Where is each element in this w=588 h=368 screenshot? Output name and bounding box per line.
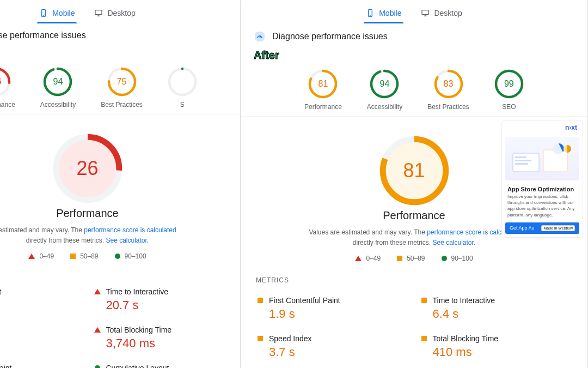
gauge-icon: 94 [370,69,399,99]
tab-mobile[interactable]: Mobile [37,5,77,23]
metric-title: Speed Index [269,334,312,343]
triangle-icon [94,327,101,333]
score-row-after: 81Performance94Accessibility83Best Pract… [241,62,587,117]
svg-rect-17 [422,10,428,15]
gauge-icon: 99 [494,69,524,99]
big-score-value: 81 [379,135,450,206]
score-s: S [168,67,197,108]
before-tag: re [0,47,240,59]
score-best practices: 75Best Practices [101,67,143,108]
legend-low-icon [355,256,362,261]
metric-tbt: Total Blocking Time3,740 ms [88,318,231,356]
device-tabs: Mobile Desktop [0,0,240,23]
big-score-value: 26 [52,133,123,204]
metric-lcp: Largest Contentful Paint2.5 s [250,365,414,368]
metric-title: Cumulative Layout [106,364,169,368]
tab-mobile-label: Mobile [52,9,75,17]
tab-desktop[interactable]: Desktop [419,5,464,23]
metric-value: 3,740 ms [106,336,172,351]
metric-fcp: entful Paint [0,280,88,318]
score-best practices: 83Best Practices [427,69,469,111]
metric-tbt: Total Blocking Time410 ms [414,327,578,365]
desktop-icon [421,9,430,17]
score-performance: 81Performance [304,69,342,111]
big-score-label: Performance [0,207,240,220]
webflow-badge: Made in Webflow [541,225,575,231]
metrics-before: entful PaintTime to Interactive20.7 slex… [0,280,240,368]
desktop-icon [94,9,103,17]
tab-mobile-label: Mobile [379,9,401,17]
square-icon [421,298,427,303]
gauge-icon [254,31,266,43]
diagnose-title: Diagnose performance issues [0,31,86,40]
svg-rect-34 [515,163,528,165]
score-accessibility: 94Accessibility [40,67,76,108]
square-icon [258,336,263,341]
metrics-heading: METRICS [241,266,587,288]
promo-brand: n›xt [502,120,583,135]
mobile-icon [39,9,48,17]
score-seo: 99SEO [494,69,524,111]
score-explanation: estimated and may vary. The performance … [0,220,240,246]
metric-tti: Time to Interactive6.4 s [414,288,578,327]
diagnose-title: Diagnose performance issues [272,32,388,41]
square-icon [421,336,427,341]
legend-high-icon [442,256,447,261]
score-accessibility: 94Accessibility [367,69,402,111]
svg-rect-2 [95,10,102,15]
svg-rect-31 [513,153,539,172]
legend-high-icon [115,254,120,259]
link-see-calculator[interactable]: See calculator. [106,237,149,244]
promo-desc: Improve your impressions, click-throughs… [502,194,583,221]
metric-si: Speed Index3.7 s [250,327,414,365]
score-legend: 0–49 50–89 90–100 [241,248,587,266]
gauge-icon: 94 [43,67,72,96]
device-tabs: Mobile Desktop [241,0,587,23]
metric-value: 6.4 s [433,307,495,321]
metric-title: entful Paint [0,287,1,296]
metric-value: 1.9 s [269,307,340,321]
svg-rect-33 [515,160,531,161]
gauge-icon: 26 [0,67,11,96]
metric-title: Total Blocking Time [106,325,172,334]
gauge-icon: 81 [308,69,338,99]
mobile-icon [366,9,375,17]
tab-desktop-label: Desktop [107,9,135,17]
legend-mid-icon [70,254,76,259]
score-legend: 0–49 50–89 90–100 [0,246,240,263]
after-tag: After [254,49,587,62]
metric-cls: Cumulative Layout Shift0.005 [414,365,578,368]
metric-title: First Contentful Paint [269,296,340,305]
metric-cls: Cumulative Layout0 [88,356,231,368]
gauge-icon: 83 [434,69,463,99]
score-performance: 26Performance [0,67,15,108]
tab-desktop-label: Desktop [434,9,462,17]
metrics-after: First Contentful Paint1.9 sTime to Inter… [241,288,587,368]
circle-icon [95,365,100,368]
metric-value: 3.7 s [269,345,312,359]
promo-card[interactable]: n›xt App Store Optimization Improve your… [501,120,583,238]
metric-tti: Time to Interactive20.7 s [88,280,231,318]
score-row-before: 26Performance94Accessibility75Best Pract… [0,59,240,114]
metric-title: ontentful Paint [0,364,12,368]
link-see-calculator[interactable]: See calculator. [432,239,475,246]
legend-low-icon [28,254,35,259]
link-score-calc[interactable]: performance score is calculated [84,226,176,234]
promo-button[interactable]: Get App AuMade in Webflow [505,222,579,234]
tab-mobile[interactable]: Mobile [364,5,403,23]
square-icon [258,298,263,303]
before-pane: Mobile Desktop Diagnose performance issu… [0,0,241,368]
metric-value: 410 ms [433,345,499,359]
gauge-icon [168,67,197,96]
tab-desktop[interactable]: Desktop [92,5,137,23]
triangle-icon [94,289,101,294]
promo-title: App Store Optimization [502,183,583,194]
promo-image [505,137,579,180]
metric-fcp: First Contentful Paint1.9 s [250,288,414,327]
gauge-icon: 75 [107,67,137,96]
legend-mid-icon [397,256,402,261]
metric-lcp: ontentful Paint [0,356,88,368]
diagnose-row: Diagnose performance issues [0,23,240,44]
diagnose-row: Diagnose performance issues [241,23,587,46]
metric-value: 20.7 s [106,298,169,312]
